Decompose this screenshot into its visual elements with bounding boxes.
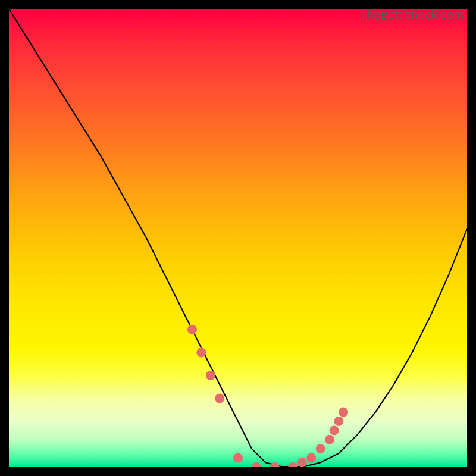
marker-dot: [270, 462, 280, 467]
marker-dot: [288, 462, 298, 467]
marker-dot: [325, 435, 334, 444]
marker-dot: [215, 394, 224, 403]
chart-frame: TheBottleneck.com: [9, 9, 467, 467]
marker-dot: [334, 416, 343, 426]
marker-dot: [298, 458, 307, 467]
marker-dot: [187, 325, 197, 334]
marker-dot: [252, 462, 261, 467]
watermark-text: TheBottleneck.com: [359, 8, 464, 22]
highlight-markers: [187, 325, 348, 467]
marker-dot: [339, 408, 348, 417]
curve-line: [9, 9, 467, 467]
bottleneck-curve: [9, 9, 467, 467]
marker-dot: [306, 453, 316, 463]
chart-svg: [9, 9, 467, 467]
marker-dot: [330, 425, 339, 435]
marker-dot: [233, 453, 243, 463]
marker-dot: [196, 348, 206, 358]
marker-dot: [206, 371, 215, 380]
marker-dot: [316, 444, 325, 453]
